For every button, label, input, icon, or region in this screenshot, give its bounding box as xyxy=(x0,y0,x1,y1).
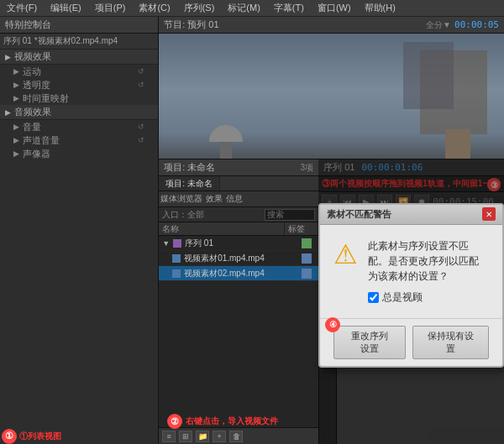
project-search-bar: 入口：全部 xyxy=(159,207,318,222)
umbrella-shape xyxy=(209,125,243,142)
motion-arrow: ▶ xyxy=(13,67,19,76)
film-icon-01 xyxy=(172,254,181,263)
annotation-2-circle: ② xyxy=(167,414,182,429)
menu-sequence[interactable]: 序列(S) xyxy=(181,2,218,14)
audio-effects-title: 音频效果 xyxy=(14,106,51,118)
effects-panel: 特别控制台 序列 01 *视频素材02.mp4.mp4 ▶ 视频效果 ▶ 运动 … xyxy=(0,17,159,444)
video-effects-title: 视频效果 xyxy=(14,50,51,63)
tab-media-browser[interactable]: 媒体浏览器 xyxy=(160,193,202,205)
col-label: 标签 xyxy=(285,222,318,235)
list-item-video01[interactable]: 视频素材01.mp4.mp4 xyxy=(159,251,318,266)
project-panel-header: 项目: 未命名 3项 xyxy=(159,159,318,176)
new-item-btn[interactable]: + xyxy=(213,431,226,442)
change-sequence-btn[interactable]: 重改序列设置 xyxy=(333,326,406,359)
video02-label: 视频素材02.mp4.mp4 xyxy=(184,268,298,279)
dialog-footer: 重改序列设置 ④ 保持现有设置 xyxy=(320,318,502,366)
dialog-titlebar: 素材不匹配警告 ✕ xyxy=(320,205,502,225)
video-effects-group[interactable]: ▶ 视频效果 xyxy=(0,50,158,65)
dialog-title: 素材不匹配警告 xyxy=(327,208,391,221)
menu-subtitle[interactable]: 字幕(T) xyxy=(270,2,307,14)
dialog-content: 此素材与序列设置不匹配。是否更改序列以匹配为该素材的设置？ 总是视顾 xyxy=(368,238,489,305)
new-bin-btn[interactable]: 📁 xyxy=(196,431,209,442)
panner-label: 声像器 xyxy=(23,148,50,160)
mismatch-dialog: 素材不匹配警告 ✕ ⚠ 此素材与序列设置不匹配。是否更改序列以匹配为该素材的设置… xyxy=(318,203,504,368)
project-panel: 项目: 未命名 3项 项目: 未命名 媒体浏览器 效果 信息 入口：全部 名称 xyxy=(159,159,318,444)
annotation-2: ② 右键点击，导入视频文件 xyxy=(167,414,278,429)
menu-bar: 文件(F) 编辑(E) 项目(P) 素材(C) 序列(S) 标记(M) 字幕(T… xyxy=(0,0,504,17)
person-with-umbrella xyxy=(209,125,243,159)
right-panel: 节目: 预列 01 全分▼ 00:00:05 xyxy=(159,17,504,444)
opacity-label: 透明度 xyxy=(23,79,50,91)
tab-effects[interactable]: 效果 xyxy=(206,193,223,205)
project-list-header: 名称 标签 xyxy=(159,222,318,236)
effect-time-remap[interactable]: ▶ 时间重映射 xyxy=(0,91,158,105)
opacity-arrow: ▶ xyxy=(13,81,19,89)
opacity-reset: ↺ xyxy=(138,81,144,89)
dialog-close-btn[interactable]: ✕ xyxy=(482,207,496,221)
effect-opacity[interactable]: ▶ 透明度 ↺ xyxy=(0,78,158,91)
preview-scene xyxy=(159,34,504,159)
effects-section: 序列 01 *视频素材02.mp4.mp4 ▶ 视频效果 ▶ 运动 ↺ ▶ 透明… xyxy=(0,34,158,444)
preview-panel: 节目: 预列 01 全分▼ 00:00:05 xyxy=(159,17,504,159)
dialog-body: ⚠ 此素材与序列设置不匹配。是否更改序列以匹配为该素材的设置？ 总是视顾 xyxy=(320,225,502,318)
icon-view-btn[interactable]: ⊞ xyxy=(179,431,192,442)
audio-effects-arrow: ▶ xyxy=(5,108,11,117)
sequence-name-label: 序列 01 xyxy=(185,238,298,249)
sequence-name: 序列 01 *视频素材02.mp4.mp4 xyxy=(3,36,118,45)
menu-help[interactable]: 帮助(H) xyxy=(361,2,399,14)
audio-effects-group[interactable]: ▶ 音频效果 xyxy=(0,105,158,120)
volume-arrow: ▶ xyxy=(13,123,19,131)
effect-volume[interactable]: ▶ 音量 ↺ xyxy=(0,120,158,133)
project-title: 项目: 未命名 xyxy=(164,161,215,174)
dialog-checkbox[interactable]: 总是视顾 xyxy=(368,290,489,305)
menu-edit[interactable]: 编辑(E) xyxy=(47,2,85,14)
effect-motion[interactable]: ▶ 运动 ↺ xyxy=(0,65,158,78)
dialog-overlay: 素材不匹配警告 ✕ ⚠ 此素材与序列设置不匹配。是否更改序列以匹配为该素材的设置… xyxy=(318,159,504,444)
preview-header: 节目: 预列 01 全分▼ 00:00:05 xyxy=(159,17,504,34)
search-input[interactable] xyxy=(265,209,315,221)
menu-window[interactable]: 窗口(W) xyxy=(314,2,354,14)
primary-btn-container: 重改序列设置 ④ xyxy=(333,326,406,359)
menu-file[interactable]: 文件(F) xyxy=(3,2,40,14)
time-remap-label: 时间重映射 xyxy=(23,92,69,105)
video-effects-arrow: ▶ xyxy=(5,53,11,61)
bottom-section: 项目: 未命名 3项 项目: 未命名 媒体浏览器 效果 信息 入口：全部 名称 xyxy=(159,159,504,444)
video01-label: 视频素材01.mp4.mp4 xyxy=(184,253,298,264)
tab-project[interactable]: 项目: 未命名 xyxy=(159,176,220,191)
label-color-v01 xyxy=(302,253,312,264)
tab-info[interactable]: 信息 xyxy=(226,193,243,205)
main-layout: 特别控制台 序列 01 *视频素材02.mp4.mp4 ▶ 视频效果 ▶ 运动 … xyxy=(0,17,504,444)
project-list: ▼ 序列 01 视频素材01.mp4.mp4 视频素材02.mp4 xyxy=(159,236,318,427)
motion-reset: ↺ xyxy=(138,67,144,76)
project-tabs: 项目: 未命名 xyxy=(159,176,318,191)
always-ignore-checkbox[interactable] xyxy=(368,292,379,303)
project-sub-tabs: 媒体浏览器 效果 信息 xyxy=(159,191,318,207)
menu-asset[interactable]: 素材(C) xyxy=(135,2,173,14)
sequence-icon xyxy=(173,239,181,248)
channel-volume-reset: ↺ xyxy=(138,136,144,144)
effect-panner[interactable]: ▶ 声像器 xyxy=(0,147,158,160)
delete-btn[interactable]: 🗑 xyxy=(229,431,243,442)
volume-label: 音量 xyxy=(23,121,41,133)
channel-volume-arrow: ▶ xyxy=(13,136,19,144)
preview-header-right: 全分▼ 00:00:05 xyxy=(426,19,499,31)
sequence-label: 序列 01 *视频素材02.mp4.mp4 xyxy=(0,34,158,50)
dialog-message: 此素材与序列设置不匹配。是否更改序列以匹配为该素材的设置？ xyxy=(368,238,489,284)
keep-settings-btn[interactable]: 保持现有设置 xyxy=(412,326,489,359)
timeline-panel: 序列 01 00:00:01:06 ③两个视频按顺序拖到视频1轨道，中间留1~2… xyxy=(318,159,504,444)
person-torso xyxy=(220,142,232,159)
project-count: 3项 xyxy=(301,162,314,174)
panner-arrow: ▶ xyxy=(13,149,19,158)
label-color-v02 xyxy=(302,269,312,279)
menu-marker[interactable]: 标记(M) xyxy=(224,2,264,14)
list-view-btn[interactable]: ≡ xyxy=(162,431,176,442)
annotation-4-circle: ④ xyxy=(325,317,340,332)
volume-reset: ↺ xyxy=(138,123,144,131)
preview-title: 节目: 预列 01 xyxy=(164,18,218,31)
list-item-sequence[interactable]: ▼ 序列 01 xyxy=(159,236,318,251)
time-remap-arrow: ▶ xyxy=(13,94,19,102)
annotation-2-text: 右键点击，导入视频文件 xyxy=(186,415,278,427)
list-item-video02[interactable]: 视频素材02.mp4.mp4 xyxy=(159,266,318,281)
effect-channel-volume[interactable]: ▶ 声道音量 ↺ xyxy=(0,133,158,147)
menu-project[interactable]: 项目(P) xyxy=(92,2,129,14)
